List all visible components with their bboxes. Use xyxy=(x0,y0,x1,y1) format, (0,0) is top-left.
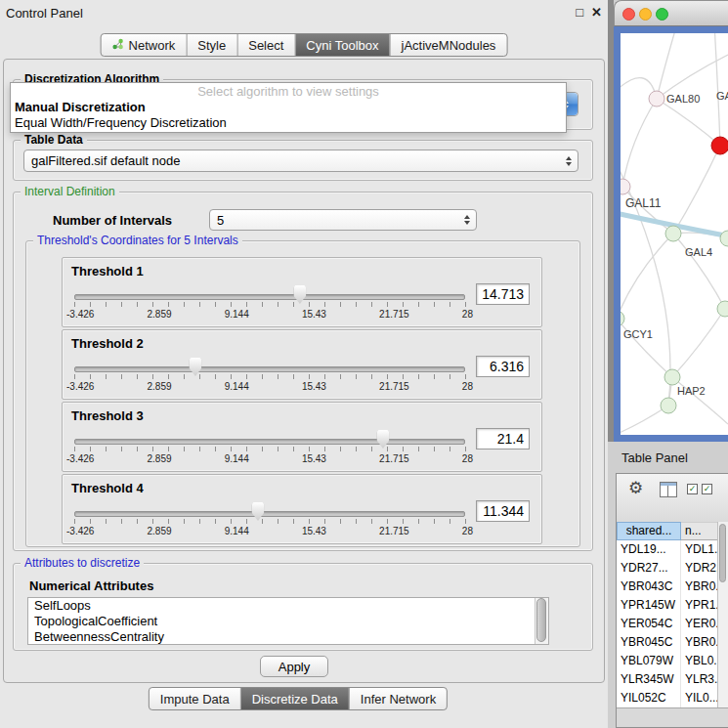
column-header-shared-name[interactable]: shared... xyxy=(617,522,681,540)
tick-label: 28 xyxy=(462,526,473,536)
table-row[interactable]: YDL19... YDL1... xyxy=(617,540,728,559)
table-row[interactable]: YPR145W YPR1... xyxy=(617,596,728,615)
threshold-slider[interactable] xyxy=(74,502,465,528)
numerical-attributes-list[interactable]: SelfLoops TopologicalCoefficient Between… xyxy=(27,597,549,645)
tick-label: -3.426 xyxy=(66,309,94,320)
table-row[interactable]: YER054C YER0... xyxy=(617,615,728,633)
table-row[interactable]: YBR043C YBR0... xyxy=(617,578,728,596)
cell: YBR043C xyxy=(617,578,681,596)
combo-stepper-icon xyxy=(464,215,470,225)
tab-label: Cyni Toolbox xyxy=(306,38,378,53)
tab-label: Discretize Data xyxy=(252,692,338,707)
network-graph: GAL80 GA GAL11 GAL4 GCY1 HAP2 xyxy=(621,33,728,435)
arrow-up-icon xyxy=(464,215,470,219)
list-item[interactable]: BetweennessCentrality xyxy=(28,629,548,645)
threshold-slider[interactable] xyxy=(74,285,465,311)
table-row[interactable]: YLR345W YLR3... xyxy=(617,670,728,689)
network-node[interactable] xyxy=(621,179,630,194)
threshold-panel: Threshold 1 -3.426 2.859 9.144 15.43 21.… xyxy=(62,257,542,327)
network-canvas[interactable]: GAL80 GA GAL11 GAL4 GCY1 HAP2 xyxy=(621,33,728,435)
table-row[interactable]: YDR27... YDR2... xyxy=(617,559,728,578)
table-row[interactable]: YBR045C YBR0... xyxy=(617,633,728,652)
threshold-value-field[interactable]: 11.344 xyxy=(476,500,530,522)
tick-labels: -3.426 2.859 9.144 15.43 21.715 28 xyxy=(66,526,473,536)
threshold-value-field[interactable]: 6.316 xyxy=(476,356,530,377)
slider-track xyxy=(74,366,465,372)
tab-discretize-data[interactable]: Discretize Data xyxy=(241,688,350,709)
list-item[interactable]: TopologicalCoefficient xyxy=(28,614,548,629)
table-row[interactable]: YBL079W YBL0... xyxy=(617,652,728,670)
tab-jactivemnodules[interactable]: jActiveMNodules xyxy=(391,34,507,56)
slider-track xyxy=(74,439,465,445)
network-node[interactable] xyxy=(717,301,728,317)
columns-icon[interactable] xyxy=(660,482,677,497)
network-node[interactable] xyxy=(649,91,664,107)
scrollbar-thumb[interactable] xyxy=(719,524,726,582)
network-node[interactable] xyxy=(661,398,676,413)
float-window-icon[interactable]: □ xyxy=(576,5,583,20)
panel-window-buttons: □ ✕ xyxy=(576,5,602,20)
bottom-tab-bar: Impute Data Discretize Data Infer Networ… xyxy=(149,687,448,710)
threshold-value-field[interactable]: 21.4 xyxy=(476,428,530,450)
number-of-intervals-combo[interactable]: 5 xyxy=(209,209,477,231)
cell: YLR345W xyxy=(617,670,681,689)
node-label: GAL4 xyxy=(685,246,712,258)
tab-cyni-toolbox[interactable]: Cyni Toolbox xyxy=(295,34,390,56)
network-node[interactable] xyxy=(664,369,680,385)
table-row[interactable]: YIL052C YIL0... xyxy=(617,689,728,707)
threshold-slider[interactable] xyxy=(74,358,465,383)
gear-icon[interactable]: ⚙ xyxy=(628,479,643,498)
tick-label: 21.715 xyxy=(379,526,409,536)
right-area: GAL80 GA GAL11 GAL4 GCY1 HAP2 Table Pane… xyxy=(608,0,728,728)
node-label: GCY1 xyxy=(623,328,653,340)
table-panel-title: Table Panel xyxy=(621,450,688,465)
close-icon[interactable]: ✕ xyxy=(591,5,602,20)
tab-select[interactable]: Select xyxy=(237,34,295,56)
network-node[interactable] xyxy=(665,226,681,241)
algorithm-dropdown-popup: Select algorithm to view settings Manual… xyxy=(10,82,567,133)
dropdown-option-manual-discretization[interactable]: Manual Discretization xyxy=(11,100,566,115)
screen: Control Panel □ ✕ Network Style xyxy=(0,0,728,728)
apply-button[interactable]: Apply xyxy=(260,656,328,677)
group-title: Threshold's Coordinates for 5 Intervals xyxy=(33,234,242,247)
tick-label: 2.859 xyxy=(148,526,172,536)
numerical-attributes-label: Numerical Attributes xyxy=(29,578,153,593)
table-scrollbar[interactable] xyxy=(717,522,728,707)
slider-track xyxy=(74,511,465,517)
list-item[interactable]: SelfLoops xyxy=(28,598,548,614)
select-all-checkbox-icon[interactable]: ✓ xyxy=(687,484,698,494)
network-window-titlebar[interactable] xyxy=(614,0,728,26)
table-footer xyxy=(617,707,728,727)
tick-label: 15.43 xyxy=(302,453,326,464)
minimize-traffic-light[interactable] xyxy=(639,8,652,21)
tab-label: Impute Data xyxy=(160,692,230,707)
tab-infer-network[interactable]: Infer Network xyxy=(350,688,447,709)
dropdown-option-equal-width[interactable]: Equal Width/Frequency Discretization xyxy=(11,115,566,131)
zoom-traffic-light[interactable] xyxy=(656,8,668,21)
network-node-selected[interactable] xyxy=(711,137,728,154)
tab-network[interactable]: Network xyxy=(102,34,188,56)
table-panel: ⚙ ✓ ✓ shared... n... YDL19... YDL1... YD… xyxy=(616,473,728,728)
deselect-all-checkbox-icon[interactable]: ✓ xyxy=(702,484,712,494)
table-toolbar: ⚙ ✓ ✓ xyxy=(617,474,728,523)
close-traffic-light[interactable] xyxy=(622,8,635,21)
tick-label: 2.859 xyxy=(148,381,172,392)
threshold-slider[interactable] xyxy=(74,430,465,455)
network-frame: GAL80 GA GAL11 GAL4 GCY1 HAP2 xyxy=(614,26,728,442)
cell: YBL079W xyxy=(617,652,681,670)
network-node[interactable] xyxy=(621,311,624,326)
table-data-combo[interactable]: galFiltered.sif default node xyxy=(23,150,578,172)
tick-label: -3.426 xyxy=(66,453,94,464)
number-of-intervals-label: Number of Intervals xyxy=(53,213,172,228)
tick-label: 15.43 xyxy=(302,526,326,536)
threshold-label: Threshold 4 xyxy=(71,481,144,495)
threshold-panel: Threshold 3 -3.426 2.859 9.144 15.43 21.… xyxy=(62,402,542,472)
threshold-value-field[interactable]: 14.713 xyxy=(476,283,530,305)
tab-style[interactable]: Style xyxy=(187,34,237,56)
tab-label: Network xyxy=(129,38,176,53)
tick-label: 9.144 xyxy=(225,309,249,320)
scrollbar-thumb[interactable] xyxy=(536,598,546,642)
arrow-down-icon xyxy=(464,221,470,225)
tab-impute-data[interactable]: Impute Data xyxy=(150,688,241,709)
list-scrollbar[interactable] xyxy=(535,598,548,644)
